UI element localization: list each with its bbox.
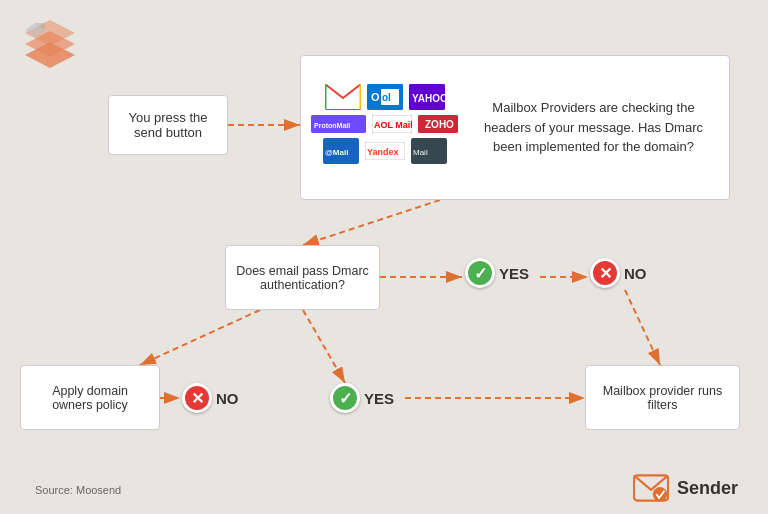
outlook-logo: O ol — [367, 84, 403, 110]
svg-text:ProtonMail: ProtonMail — [314, 122, 350, 129]
decorative-logo — [15, 15, 85, 84]
mailru-logo: @Mail — [323, 138, 359, 167]
yahoo-logo: YAHOO — [409, 84, 445, 110]
svg-point-38 — [653, 487, 667, 501]
send-text: You press the send button — [119, 110, 217, 140]
send-button-box: You press the send button — [108, 95, 228, 155]
dmarc-question-box: Does email pass Dmarc authentication? — [225, 245, 380, 310]
protonmail-logo: ProtonMail — [311, 115, 366, 133]
gmail-logo — [325, 84, 361, 110]
yes-label: YES — [499, 265, 529, 282]
svg-text:O: O — [371, 91, 380, 103]
policy-box: Apply domain owners policy — [20, 365, 160, 430]
no-label: NO — [624, 265, 647, 282]
sender-brand: Sender — [633, 474, 738, 502]
dmarc-yes-badge: ✓ YES — [465, 258, 529, 288]
policy-no-circle: ✕ — [182, 383, 212, 413]
sender-logo-icon — [633, 474, 669, 502]
svg-line-11 — [303, 310, 345, 383]
filters-text: Mailbox provider runs filters — [596, 384, 729, 412]
svg-line-10 — [625, 290, 660, 365]
svg-line-7 — [303, 200, 440, 245]
svg-text:Yandex: Yandex — [367, 147, 399, 157]
svg-text:YAHOO: YAHOO — [412, 93, 445, 104]
filters-box: Mailbox provider runs filters — [585, 365, 740, 430]
svg-text:ZOHO: ZOHO — [425, 119, 454, 130]
source-credit: Source: Moosend — [35, 484, 121, 496]
zoho-logo: ZOHO — [418, 115, 458, 133]
policy-no-label: NO — [216, 390, 239, 407]
policy-no-badge: ✕ NO — [182, 383, 239, 413]
dmarc-text: Does email pass Dmarc authentication? — [236, 264, 369, 292]
svg-text:@Mail: @Mail — [325, 148, 348, 157]
policy-yes-badge: ✓ YES — [330, 383, 394, 413]
policy-yes-circle: ✓ — [330, 383, 360, 413]
aol-logo: AOL Mail — [372, 115, 412, 133]
providers-logos-section: O ol YAHOO ProtonMail — [311, 84, 458, 172]
no-x-circle: ✕ — [590, 258, 620, 288]
policy-text: Apply domain owners policy — [31, 384, 149, 412]
dmarc-no-badge: ✕ NO — [590, 258, 647, 288]
extra-logo: Mail — [411, 138, 447, 167]
sender-brand-text: Sender — [677, 478, 738, 499]
svg-text:Mail: Mail — [413, 148, 428, 157]
svg-text:AOL Mail: AOL Mail — [374, 120, 412, 130]
yes-check-circle: ✓ — [465, 258, 495, 288]
svg-line-14 — [140, 310, 260, 365]
policy-yes-label: YES — [364, 390, 394, 407]
providers-box: O ol YAHOO ProtonMail — [300, 55, 730, 200]
yandex-logo: Yandex — [365, 142, 405, 163]
svg-text:ol: ol — [382, 92, 391, 103]
providers-description: Mailbox Providers are checking the heade… — [458, 98, 719, 157]
